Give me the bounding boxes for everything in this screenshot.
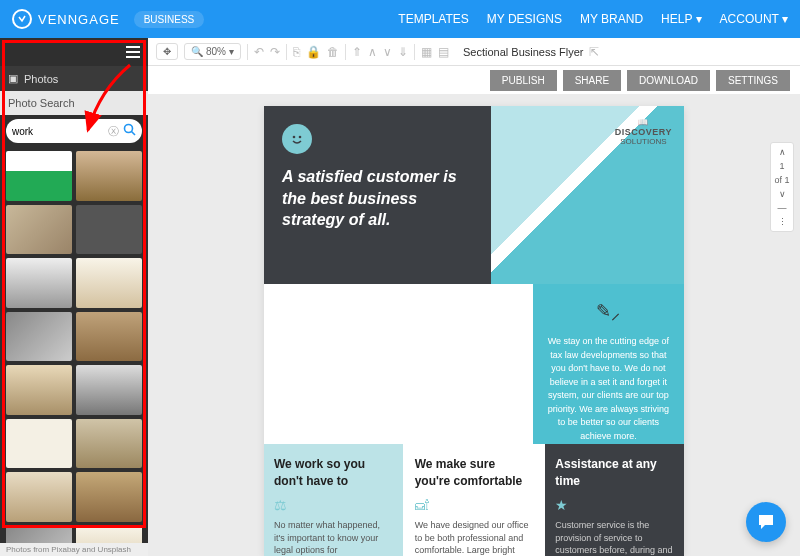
- topbar: VENNGAGE BUSINESS TEMPLATES MY DESIGNS M…: [0, 0, 800, 38]
- gavel-icon: ⚖: [274, 496, 393, 516]
- redo-icon[interactable]: ↷: [270, 45, 280, 59]
- grid-icon[interactable]: ▤: [438, 45, 449, 59]
- brand-logo[interactable]: 📖 DISCOVERY SOLUTIONS: [615, 118, 672, 146]
- group-icon[interactable]: ▦: [421, 45, 432, 59]
- brand-name: DISCOVERY: [615, 127, 672, 137]
- image-slot[interactable]: [264, 284, 533, 444]
- sidebar: ▣ Photos Photo Search ⓧ Photos from Pixa…: [0, 38, 148, 556]
- photo-thumb[interactable]: [76, 472, 142, 522]
- photo-thumb[interactable]: [6, 258, 72, 308]
- logo[interactable]: VENNGAGE: [12, 9, 120, 29]
- photo-attribution: Photos from Pixabay and Unsplash: [0, 543, 148, 556]
- card-1-text[interactable]: No matter what happened, it's important …: [274, 519, 393, 556]
- panel-title: Photos: [24, 73, 58, 85]
- clear-icon[interactable]: ⓧ: [108, 124, 119, 139]
- plan-badge: BUSINESS: [134, 11, 205, 28]
- pen-icon: ✎⸝: [545, 298, 672, 325]
- download-button[interactable]: DOWNLOAD: [627, 70, 710, 91]
- zoom-dropdown[interactable]: 🔍 80% ▾: [184, 43, 241, 60]
- svg-point-3: [299, 136, 302, 139]
- layer-down-icon[interactable]: ⇓: [398, 45, 408, 59]
- photo-thumb[interactable]: [76, 419, 142, 469]
- nav-help[interactable]: HELP ▾: [661, 12, 701, 26]
- nav-my-designs[interactable]: MY DESIGNS: [487, 12, 562, 26]
- hamburger-icon[interactable]: [126, 46, 140, 58]
- card-1-heading[interactable]: We work so you don't have to: [274, 456, 393, 490]
- photo-grid: [0, 147, 148, 543]
- top-nav: TEMPLATES MY DESIGNS MY BRAND HELP ▾ ACC…: [398, 12, 788, 26]
- photo-thumb[interactable]: [6, 312, 72, 362]
- settings-button[interactable]: SETTINGS: [716, 70, 790, 91]
- nav-templates[interactable]: TEMPLATES: [398, 12, 468, 26]
- photo-thumb[interactable]: [76, 526, 142, 544]
- layer-up-icon[interactable]: ⇑: [352, 45, 362, 59]
- panel-header: ▣ Photos: [0, 66, 148, 91]
- lock-icon[interactable]: 🔒: [306, 45, 321, 59]
- copy-icon[interactable]: ⎘: [293, 45, 300, 59]
- logo-icon: [12, 9, 32, 29]
- pager-up-icon[interactable]: ∧: [771, 147, 793, 157]
- card-2-heading[interactable]: We make sure you're comfortable: [415, 456, 534, 490]
- photo-thumb[interactable]: [6, 419, 72, 469]
- nav-account[interactable]: ACCOUNT ▾: [720, 12, 788, 26]
- flyer-page[interactable]: A satisfied customer is the best busines…: [264, 106, 684, 556]
- down-icon[interactable]: ∨: [383, 45, 392, 59]
- photo-thumb[interactable]: [76, 151, 142, 201]
- sofa-icon: 🛋: [415, 496, 534, 516]
- card-3-text[interactable]: Customer service is the provision of ser…: [555, 519, 674, 556]
- pager-page: 1: [771, 161, 793, 171]
- canvas[interactable]: ∧ 1 of 1 ∨ — ⋮ A satisfied customer is t…: [148, 94, 800, 556]
- smile-icon: [282, 124, 312, 154]
- svg-point-2: [293, 136, 296, 139]
- nav-my-brand[interactable]: MY BRAND: [580, 12, 643, 26]
- svg-point-0: [125, 125, 133, 133]
- photo-thumb[interactable]: [76, 365, 142, 415]
- panel-subtitle: Photo Search: [0, 91, 148, 115]
- card-1[interactable]: We work so you don't have to ⚖ No matter…: [264, 444, 405, 556]
- share-button[interactable]: SHARE: [563, 70, 621, 91]
- brand-sub: SOLUTIONS: [620, 137, 666, 146]
- teal-text[interactable]: We stay on the cutting edge of tax law d…: [545, 335, 672, 443]
- page-navigator[interactable]: ∧ 1 of 1 ∨ — ⋮: [770, 142, 794, 232]
- search-input[interactable]: [12, 126, 104, 137]
- pager-more-icon[interactable]: ⋮: [771, 217, 793, 227]
- photo-thumb[interactable]: [6, 526, 72, 544]
- up-icon[interactable]: ∧: [368, 45, 377, 59]
- svg-line-1: [132, 132, 136, 136]
- card-3[interactable]: Assistance at any time ★ Customer servic…: [545, 444, 684, 556]
- hero-heading[interactable]: A satisfied customer is the best busines…: [282, 166, 473, 231]
- pager-down-icon[interactable]: ∨: [771, 189, 793, 199]
- photo-thumb[interactable]: [6, 472, 72, 522]
- search-icon[interactable]: [123, 122, 136, 140]
- hero-left[interactable]: A satisfied customer is the best busines…: [264, 106, 491, 284]
- teal-panel[interactable]: ✎⸝ We stay on the cutting edge of tax la…: [533, 284, 684, 444]
- card-2-text[interactable]: We have designed our office to be both p…: [415, 519, 534, 556]
- photo-thumb[interactable]: [6, 205, 72, 255]
- lasso-button[interactable]: ✥: [156, 43, 178, 60]
- pager-of: of 1: [771, 175, 793, 185]
- app-name: VENNGAGE: [38, 12, 120, 27]
- photo-thumb[interactable]: [76, 312, 142, 362]
- hero-right[interactable]: 📖 DISCOVERY SOLUTIONS: [491, 106, 684, 284]
- chat-fab[interactable]: [746, 502, 786, 542]
- undo-icon[interactable]: ↶: [254, 45, 264, 59]
- photo-thumb[interactable]: [76, 258, 142, 308]
- card-3-heading[interactable]: Assistance at any time: [555, 456, 674, 490]
- editor-toolbar: ✥ 🔍 80% ▾ ↶ ↷ ⎘ 🔒 🗑 ⇑ ∧ ∨ ⇓ ▦ ▤ Sectiona…: [148, 38, 800, 66]
- search-row: ⓧ: [6, 119, 142, 143]
- card-2[interactable]: We make sure you're comfortable 🛋 We hav…: [405, 444, 546, 556]
- photo-thumb[interactable]: [6, 151, 72, 201]
- publish-button[interactable]: PUBLISH: [490, 70, 557, 91]
- document-name[interactable]: Sectional Business Flyer: [463, 46, 583, 58]
- star-icon: ★: [555, 496, 674, 516]
- action-bar: PUBLISH SHARE DOWNLOAD SETTINGS: [148, 66, 800, 94]
- delete-icon[interactable]: 🗑: [327, 45, 339, 59]
- image-icon: ▣: [8, 72, 18, 85]
- external-icon[interactable]: ⇱: [589, 45, 599, 59]
- photo-thumb[interactable]: [76, 205, 142, 255]
- photo-thumb[interactable]: [6, 365, 72, 415]
- book-icon: 📖: [615, 118, 672, 127]
